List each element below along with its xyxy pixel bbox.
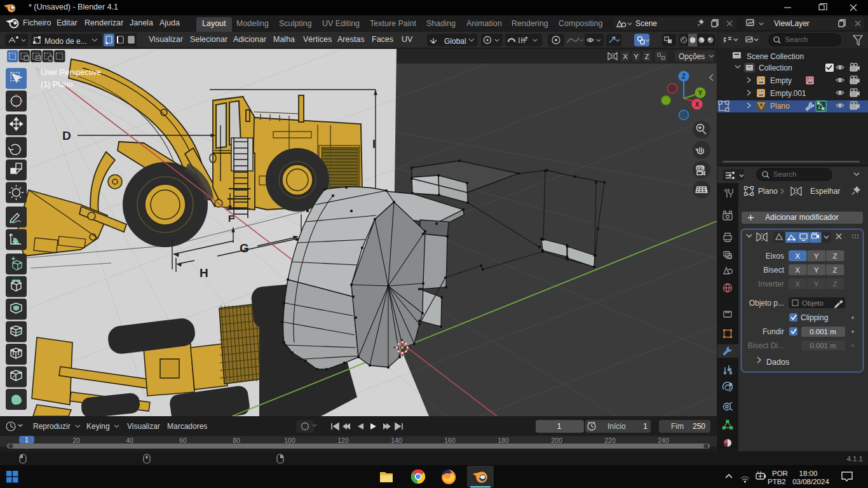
svg-text:20: 20: [72, 437, 80, 444]
svg-text:POR: POR: [772, 470, 788, 477]
svg-text:D: D: [62, 129, 71, 142]
svg-text:Y: Y: [814, 252, 819, 260]
svg-text:0.001 m: 0.001 m: [810, 328, 836, 336]
svg-text:Search: Search: [785, 36, 808, 43]
svg-text:220: 220: [604, 437, 616, 444]
svg-text:PTB2: PTB2: [768, 478, 786, 485]
svg-text:1: 1: [643, 422, 648, 431]
svg-text:60: 60: [179, 437, 187, 444]
svg-text:Objeto: Objeto: [802, 299, 824, 307]
svg-text:X: X: [795, 280, 800, 288]
svg-text:Y: Y: [634, 53, 639, 60]
svg-text:Search: Search: [773, 170, 796, 178]
svg-text:Objeto p...: Objeto p...: [749, 299, 784, 308]
svg-text:Empty: Empty: [770, 76, 792, 85]
svg-text:Y: Y: [698, 90, 703, 97]
svg-text:Eixos: Eixos: [766, 252, 784, 261]
svg-text:Z: Z: [832, 266, 837, 274]
svg-text:Adicionar modificador: Adicionar modificador: [765, 213, 838, 222]
svg-text:Fim: Fim: [671, 422, 684, 431]
svg-text:Fundir: Fundir: [763, 327, 784, 336]
svg-text:0.001 m: 0.001 m: [810, 342, 836, 349]
svg-text:1: 1: [25, 436, 29, 444]
svg-text:I: I: [372, 138, 376, 151]
svg-text:User Perspective: User Perspective: [41, 68, 101, 77]
svg-text:140: 140: [391, 437, 402, 444]
svg-text:(1) Plano: (1) Plano: [41, 80, 73, 89]
svg-text:40: 40: [126, 437, 133, 444]
svg-text:18:00: 18:00: [799, 470, 818, 477]
svg-text:160: 160: [444, 437, 456, 444]
svg-text:Z: Z: [644, 53, 649, 60]
svg-text:100: 100: [284, 437, 295, 444]
svg-text:G: G: [240, 241, 249, 255]
svg-text:80: 80: [233, 437, 240, 444]
svg-text:Visualizar: Visualizar: [127, 422, 160, 431]
svg-text:Marcadores: Marcadores: [167, 422, 207, 431]
svg-text:Z: Z: [832, 252, 837, 260]
svg-text:Plano: Plano: [770, 102, 790, 111]
svg-text:Opções: Opções: [679, 52, 705, 61]
svg-text:H: H: [200, 266, 208, 280]
svg-text:Reproduzir: Reproduzir: [33, 422, 71, 431]
svg-text:03/08/2024: 03/08/2024: [792, 478, 829, 485]
svg-text:Empty.001: Empty.001: [770, 89, 806, 98]
svg-text:Plano: Plano: [758, 187, 778, 196]
svg-text:240: 240: [658, 437, 669, 444]
svg-text:Y: Y: [814, 280, 819, 288]
svg-text:Y: Y: [814, 266, 819, 274]
svg-text:4.1.1: 4.1.1: [846, 455, 863, 463]
svg-text:Collection: Collection: [759, 64, 792, 72]
svg-text:Início: Início: [607, 422, 626, 431]
svg-text:180: 180: [498, 437, 509, 444]
svg-text:Z: Z: [682, 73, 686, 80]
svg-text:200: 200: [551, 437, 562, 444]
svg-text:X: X: [623, 53, 628, 60]
svg-text:X: X: [795, 252, 800, 260]
svg-text:Z: Z: [832, 280, 837, 288]
svg-text:1: 1: [557, 422, 562, 431]
svg-text:Bisect Di...: Bisect Di...: [748, 341, 784, 350]
svg-text:Scene Collection: Scene Collection: [747, 52, 804, 61]
svg-text:250: 250: [693, 422, 705, 431]
svg-text:120: 120: [337, 437, 349, 444]
svg-text:Dados: Dados: [766, 358, 789, 367]
svg-text:Clipping: Clipping: [801, 313, 828, 322]
svg-text:Inverter: Inverter: [758, 280, 784, 288]
svg-text:Bisect: Bisect: [763, 266, 784, 274]
svg-text:X: X: [695, 101, 700, 108]
svg-text:Espelhar: Espelhar: [810, 187, 840, 196]
svg-text:X: X: [795, 266, 800, 274]
svg-text:Keying: Keying: [86, 422, 110, 431]
